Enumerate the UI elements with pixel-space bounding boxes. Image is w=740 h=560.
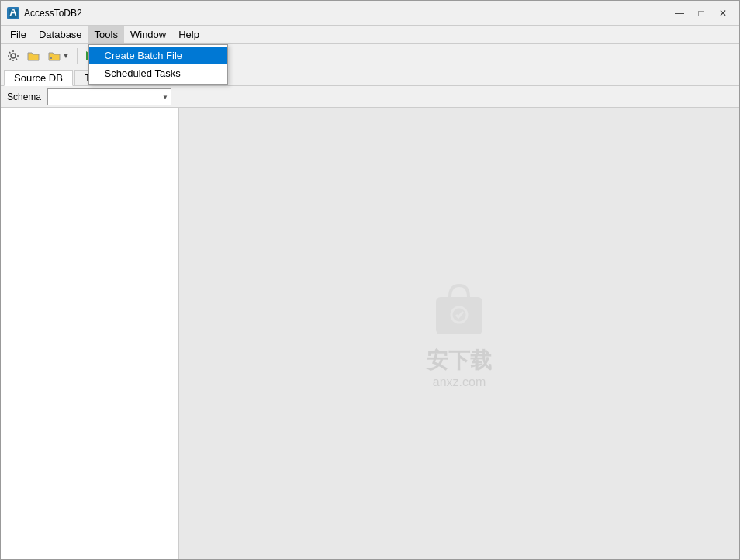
toolbar-btn-1[interactable] [4, 47, 22, 65]
tab-source-db[interactable]: Source DB [4, 70, 73, 86]
watermark-text: 安下载 [427, 346, 492, 375]
left-panel [1, 108, 179, 559]
svg-point-5 [451, 307, 467, 323]
schema-label: Schema [7, 92, 41, 102]
toolbar-btn-2[interactable] [24, 47, 43, 65]
schema-select-wrapper [47, 88, 171, 105]
main-content: Source DB Targe Schema [1, 67, 739, 559]
schema-select[interactable] [47, 88, 171, 105]
menu-bar: File Database Tools Create Batch File Sc… [1, 26, 739, 44]
window-title: AccessToDB2 [24, 8, 82, 19]
tools-dropdown-menu: Create Batch File Scheduled Tasks [88, 44, 228, 85]
main-window: A AccessToDB2 — □ ✕ File Database Tools … [0, 0, 740, 560]
schema-bar: Schema [1, 86, 739, 108]
app-icon: A [7, 7, 19, 19]
watermark: 安下载 anxz.com [427, 278, 492, 389]
settings-icon [7, 50, 19, 62]
menu-window[interactable]: Window [124, 26, 172, 43]
watermark-subtext: anxz.com [433, 375, 486, 389]
svg-rect-4 [436, 297, 482, 334]
folder-icon [27, 50, 40, 62]
title-bar-controls: — □ ✕ [669, 5, 733, 21]
title-bar: A AccessToDB2 — □ ✕ [1, 1, 739, 26]
menu-item-create-batch-file[interactable]: Create Batch File [89, 47, 227, 64]
maximize-button[interactable]: □ [691, 5, 711, 21]
right-panel: 安下载 anxz.com [179, 108, 739, 559]
folder-open-icon [48, 50, 61, 62]
menu-tools[interactable]: Tools Create Batch File Scheduled Tasks [88, 26, 124, 43]
dropdown-arrow: ▼ [62, 51, 70, 60]
svg-point-2 [11, 54, 16, 58]
svg-text:A: A [9, 8, 17, 18]
close-button[interactable]: ✕ [713, 5, 733, 21]
menu-database[interactable]: Database [33, 26, 88, 43]
menu-help[interactable]: Help [172, 26, 206, 43]
content-area: 安下载 anxz.com [1, 108, 739, 559]
watermark-bag-icon [428, 278, 490, 340]
menu-file[interactable]: File [4, 26, 33, 43]
minimize-button[interactable]: — [669, 5, 690, 21]
menu-item-scheduled-tasks[interactable]: Scheduled Tasks [89, 64, 227, 82]
toolbar-dropdown-btn[interactable]: ▼ [44, 47, 74, 65]
title-bar-left: A AccessToDB2 [7, 7, 82, 19]
toolbar-separator [77, 48, 78, 64]
